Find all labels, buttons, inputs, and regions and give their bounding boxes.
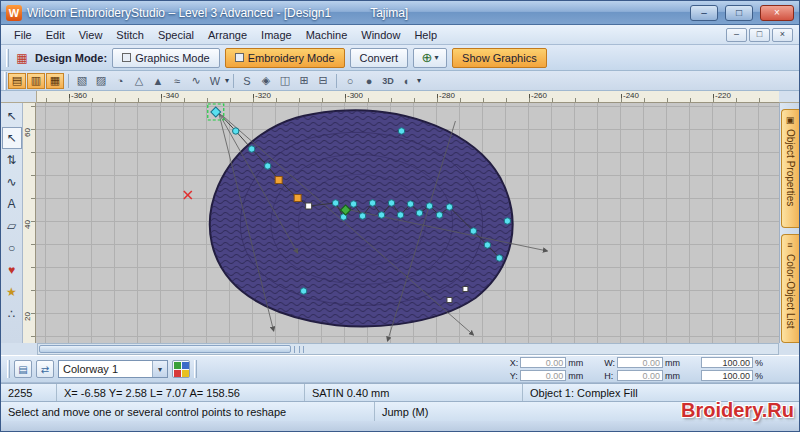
h-label: H: xyxy=(604,371,615,381)
heart-shape-tool[interactable]: ♥ xyxy=(2,259,22,281)
trueview-icon[interactable]: ◐ xyxy=(398,73,416,89)
select-tool[interactable]: ↖ xyxy=(2,105,22,127)
maximize-button[interactable]: □ xyxy=(725,5,753,21)
chevron-down-icon[interactable]: ▾ xyxy=(225,76,229,85)
motif-fill-icon[interactable]: ▧ xyxy=(73,73,91,89)
menu-window[interactable]: Window xyxy=(354,27,407,43)
digitize-fill-tool[interactable]: ▱ xyxy=(2,215,22,237)
scale-x-field[interactable]: 100.00 xyxy=(701,357,753,368)
menu-image[interactable]: Image xyxy=(254,27,299,43)
y-field[interactable]: 0.00 xyxy=(520,370,566,381)
motif-run-icon[interactable]: W xyxy=(206,73,224,89)
toolbar-grip[interactable] xyxy=(7,360,10,378)
w-field[interactable]: 0.00 xyxy=(617,357,663,368)
toolbar-grip[interactable] xyxy=(6,49,9,67)
tab-object-properties[interactable]: ▣ Object Properties xyxy=(781,109,799,228)
y-unit: mm xyxy=(568,371,588,381)
splitter-grip[interactable] xyxy=(294,346,304,353)
chevron-down-icon[interactable]: ▾ xyxy=(417,76,421,85)
ruler-tick: -240 xyxy=(623,91,639,100)
scrollbar-thumb[interactable] xyxy=(39,345,291,353)
remove-holes-icon[interactable]: ⊟ xyxy=(314,73,332,89)
scale-y-percent: % xyxy=(755,371,769,381)
menu-special[interactable]: Special xyxy=(151,27,201,43)
mdi-restore-button[interactable]: □ xyxy=(749,28,770,42)
wave-effect-icon[interactable]: ≈ xyxy=(168,73,186,89)
show-3d-icon[interactable]: 3D xyxy=(379,73,397,89)
contour-fill-icon[interactable]: ◔ xyxy=(111,73,129,89)
colorway-select[interactable]: Colorway 1 ▾ xyxy=(58,360,168,378)
minimize-button[interactable]: – xyxy=(690,5,718,21)
embroidery-mode-button[interactable]: Embroidery Mode xyxy=(225,48,345,68)
menu-edit[interactable]: Edit xyxy=(39,27,72,43)
convert-button[interactable]: Convert xyxy=(350,48,409,68)
stitch-grid-icon: ▦ xyxy=(14,50,30,66)
horizontal-scrollbar[interactable] xyxy=(37,343,779,355)
reshape-tool[interactable]: ↖ xyxy=(2,127,22,149)
travel-tool[interactable]: ⇅ xyxy=(2,149,22,171)
toolbar-grip[interactable] xyxy=(4,72,7,90)
transform-fields: X: 0.00 mm W: 0.00 mm 100.00 % Y: 0.00 m… xyxy=(510,357,769,382)
ruler-tick: -320 xyxy=(255,91,271,100)
hint-message: Select and move one or several control p… xyxy=(1,402,375,421)
ruler-tick: 40 xyxy=(23,220,32,229)
window-title: Wilcom EmbroideryStudio – Level 3 Advanc… xyxy=(27,6,331,20)
h-field[interactable]: 0.00 xyxy=(617,370,663,381)
menu-stitch[interactable]: Stitch xyxy=(109,27,151,43)
filled-view-icon[interactable]: ● xyxy=(360,73,378,89)
mdi-close-button[interactable]: × xyxy=(772,28,793,42)
colorway-bar: ▤ ⇄ Colorway 1 ▾ X: 0.00 mm W: 0.00 mm 1… xyxy=(1,355,799,383)
show-graphics-button[interactable]: Show Graphics xyxy=(452,48,547,68)
scroll-corner xyxy=(1,343,37,355)
chevron-down-icon[interactable]: ▾ xyxy=(152,361,167,377)
menu-bar: File Edit View Stitch Special Arrange Im… xyxy=(1,25,799,45)
zigzag-stitch-icon[interactable]: ∿ xyxy=(187,73,205,89)
outline-view-icon[interactable]: ○ xyxy=(341,73,359,89)
graphics-mode-label: Graphics Mode xyxy=(135,52,210,64)
satin-stitch-icon[interactable]: ▥ xyxy=(27,73,45,89)
star-shape-tool[interactable]: ★ xyxy=(2,281,22,303)
status-bar: 2255 X= -6.58 Y= 2.58 L= 7.07 A= 158.56 … xyxy=(1,383,799,401)
main-area: ↖ ↖ ⇅ ∿ A ▱ ○ ♥ ★ ∴ 60 40 20 xyxy=(1,103,799,343)
menu-arrange[interactable]: Arrange xyxy=(201,27,254,43)
fusion-fill-icon[interactable]: △ xyxy=(130,73,148,89)
x-field[interactable]: 0.00 xyxy=(520,357,566,368)
design-canvas-svg xyxy=(36,103,779,343)
menu-help[interactable]: Help xyxy=(407,27,444,43)
star-fill-icon[interactable]: ▲ xyxy=(149,73,167,89)
show-graphics-label: Show Graphics xyxy=(462,52,537,64)
menu-machine[interactable]: Machine xyxy=(299,27,355,43)
buttonhole-icon[interactable]: ◫ xyxy=(276,73,294,89)
graphics-mode-icon xyxy=(122,53,131,62)
horizontal-ruler: -360 -340 -320 -300 -280 -260 -240 -220 xyxy=(37,91,779,103)
w-unit: mm xyxy=(665,358,685,368)
ellipse-tool[interactable]: ○ xyxy=(2,237,22,259)
design-document-icon[interactable]: ▤ xyxy=(14,360,32,378)
lettering-tool[interactable]: A xyxy=(2,193,22,215)
close-button[interactable]: × xyxy=(760,5,794,21)
scroll-row xyxy=(1,343,799,355)
digitize-run-tool[interactable]: ∿ xyxy=(2,171,22,193)
hoop-globe-button[interactable]: ⊕ ▾ xyxy=(413,48,447,68)
menu-file[interactable]: File xyxy=(7,27,39,43)
x-unit: mm xyxy=(568,358,588,368)
menu-view[interactable]: View xyxy=(72,27,110,43)
edit-colorways-button[interactable] xyxy=(172,360,190,378)
applique-icon[interactable]: ◈ xyxy=(257,73,275,89)
mdi-minimize-button[interactable]: – xyxy=(726,28,747,42)
tatami-fill-icon[interactable]: ▦ xyxy=(46,73,64,89)
toolbar-grip[interactable] xyxy=(194,360,197,378)
scale-x-percent: % xyxy=(755,358,769,368)
design-mode-toolbar: ▦ Design Mode: Graphics Mode Embroidery … xyxy=(1,45,799,71)
program-split-icon[interactable]: ▨ xyxy=(92,73,110,89)
docked-panel-tabs: ▣ Object Properties ≡ Color-Object List xyxy=(779,103,799,343)
graphics-mode-button[interactable]: Graphics Mode xyxy=(112,48,220,68)
stitch-points-tool[interactable]: ∴ xyxy=(2,303,22,325)
add-holes-icon[interactable]: ⊞ xyxy=(295,73,313,89)
tab-color-object-list[interactable]: ≡ Color-Object List xyxy=(781,234,799,343)
scale-y-field[interactable]: 100.00 xyxy=(701,370,753,381)
swap-colorway-icon[interactable]: ⇄ xyxy=(36,360,54,378)
pull-compensation-icon[interactable]: ▤ xyxy=(8,73,26,89)
stem-stitch-icon[interactable]: S xyxy=(238,73,256,89)
design-canvas[interactable] xyxy=(36,103,779,343)
